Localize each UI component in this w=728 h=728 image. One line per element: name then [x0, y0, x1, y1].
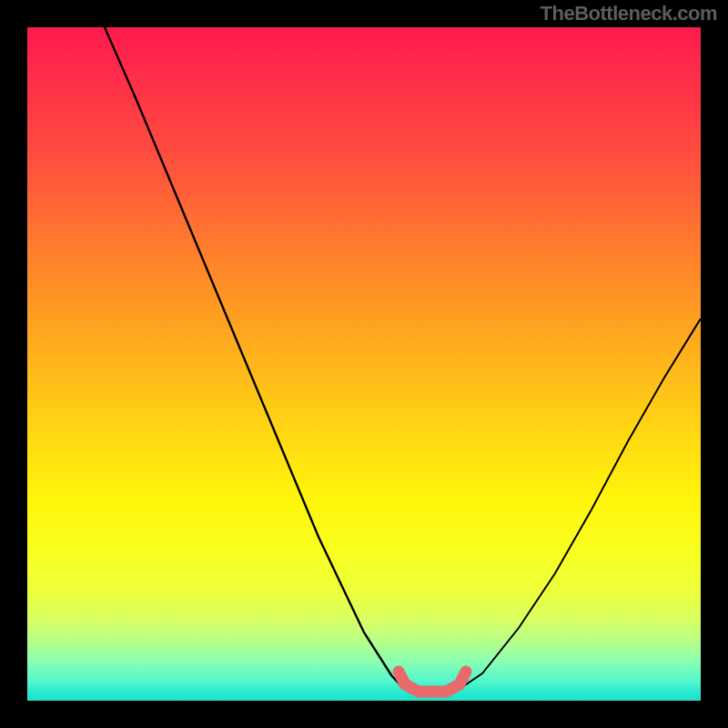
outer-frame: TheBottleneck.com — [0, 0, 728, 728]
chart-svg — [27, 27, 701, 701]
plot-area — [27, 27, 701, 701]
credit-label: TheBottleneck.com — [541, 2, 717, 25]
bottom-highlight-path — [399, 672, 466, 692]
bottleneck-curve-right-path — [462, 318, 701, 687]
bottleneck-curve-left-path — [105, 27, 402, 687]
